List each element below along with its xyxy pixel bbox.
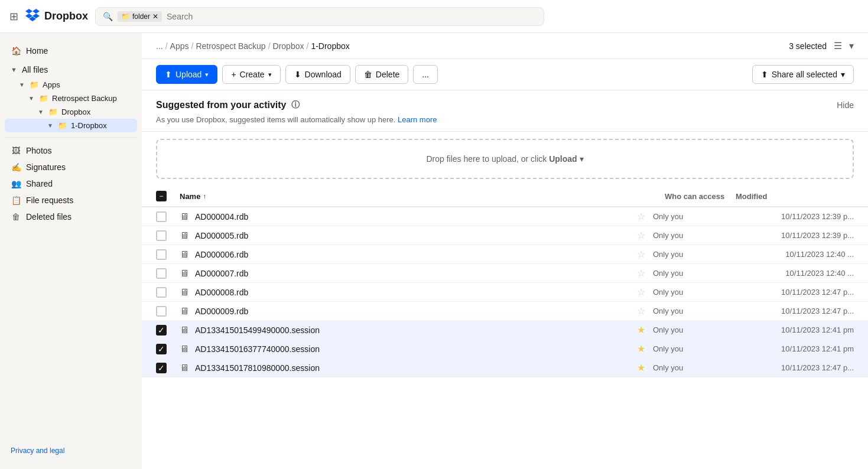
sidebar-tree-retrospect[interactable]: ▼ 📁 Retrospect Backup [5, 92, 137, 105]
access-text-5: Only you [653, 288, 683, 297]
sidebar-item-file-requests[interactable]: 📋 File requests [5, 192, 137, 209]
access-text-7: Only you [653, 325, 683, 334]
star-6[interactable]: ☆ [629, 305, 653, 317]
table-row[interactable]: 🖥 AD000009.rdb ☆ Only you 10/11/2023 12:… [142, 302, 868, 321]
search-tag[interactable]: 📁 folder ✕ [118, 11, 162, 22]
download-icon: ⬇ [294, 70, 301, 79]
breadcrumb-ellipsis[interactable]: ... [156, 41, 163, 51]
file-name-cell-9: 🖥 AD133415017810980000.session [180, 363, 629, 373]
table-row[interactable]: 🖥 AD000008.rdb ☆ Only you 10/11/2023 12:… [142, 283, 868, 302]
star-2[interactable]: ☆ [629, 230, 653, 241]
sidebar-tree-1-dropbox[interactable]: ▼ 📁 1-Dropbox [5, 119, 137, 132]
sidebar-tree-apps[interactable]: ▼ 📁 Apps [5, 78, 137, 92]
star-8[interactable]: ★ [629, 343, 653, 354]
star-7[interactable]: ★ [629, 324, 653, 336]
learn-more-link[interactable]: Learn more [398, 115, 437, 124]
table-row[interactable]: 🖥 AD000004.rdb ☆ Only you 10/11/2023 12:… [142, 207, 868, 226]
upload-dropdown-icon[interactable]: ▾ [580, 154, 584, 164]
folder-1-dropbox-icon: 📁 [58, 121, 67, 130]
download-button[interactable]: ⬇ Download [285, 65, 350, 84]
star-4[interactable]: ☆ [629, 268, 653, 279]
sidebar-item-photos[interactable]: 🖼 Photos [5, 142, 137, 159]
name-column-header[interactable]: Name ↑ [180, 192, 665, 201]
view-chevron-icon[interactable]: ▾ [849, 40, 854, 51]
file-name-2: AD000005.rdb [195, 231, 248, 240]
table-row[interactable]: 🖥 AD000006.rdb ☆ Only you 10/11/2023 12:… [142, 245, 868, 264]
hide-button[interactable]: Hide [837, 100, 854, 110]
file-name-cell-2: 🖥 AD000005.rdb [180, 230, 629, 241]
star-3[interactable]: ☆ [629, 249, 653, 260]
suggested-header: Suggested from your activity ⓘ Hide [156, 100, 854, 110]
more-button[interactable]: ... [413, 65, 438, 84]
row-checkbox-5[interactable] [156, 287, 167, 298]
sidebar-1-dropbox-label: 1-Dropbox [71, 121, 107, 130]
info-icon[interactable]: ⓘ [291, 100, 300, 110]
search-tag-close-icon[interactable]: ✕ [152, 12, 158, 21]
share-all-button[interactable]: ⬆ Share all selected ▾ [752, 65, 854, 84]
selected-count: 3 selected [789, 41, 827, 51]
table-row[interactable]: ✓ 🖥 AD133415015499490000.session ★ Only … [142, 321, 868, 340]
suggested-title-text: Suggested from your activity [156, 100, 287, 110]
upload-label: Upload [175, 70, 201, 79]
more-icon: ... [422, 70, 429, 79]
access-column-header[interactable]: Who can access [665, 192, 736, 201]
star-5[interactable]: ☆ [629, 286, 653, 298]
drop-zone[interactable]: Drop files here to upload, or click Uplo… [156, 139, 854, 179]
modified-column-header[interactable]: Modified [736, 192, 854, 201]
shared-icon: 👥 [11, 179, 21, 188]
breadcrumb-apps[interactable]: Apps [170, 41, 189, 51]
modified-header-text: Modified [736, 192, 767, 201]
table-row[interactable]: 🖥 AD000007.rdb ☆ Only you 10/11/2023 12:… [142, 264, 868, 283]
row-checkbox-6[interactable] [156, 306, 167, 317]
upload-button[interactable]: ⬆ Upload ▾ [156, 65, 217, 84]
breadcrumb-retrospect[interactable]: Retrospect Backup [196, 41, 265, 51]
file-name-cell-8: 🖥 AD133415016377740000.session [180, 344, 629, 354]
star-9[interactable]: ★ [629, 362, 653, 373]
row-checkbox-7[interactable]: ✓ [156, 325, 167, 336]
header-checkbox[interactable]: − [156, 191, 180, 201]
search-input[interactable] [167, 12, 537, 21]
share-chevron-icon: ▾ [841, 70, 845, 79]
row-checkbox-4[interactable] [156, 268, 167, 279]
sidebar-item-all-files[interactable]: ▼ All files [5, 61, 137, 78]
upload-icon: ⬆ [165, 70, 172, 79]
row-checkbox-3[interactable] [156, 249, 167, 260]
access-text-6: Only you [653, 307, 683, 315]
breadcrumb-dropbox[interactable]: Dropbox [273, 41, 304, 51]
sidebar-photos-label: Photos [26, 146, 52, 155]
sidebar-home-label: Home [26, 46, 48, 56]
list-view-icon[interactable]: ☰ [834, 40, 842, 51]
table-row[interactable]: 🖥 AD000005.rdb ☆ Only you 10/11/2023 12:… [142, 226, 868, 245]
home-icon: 🏠 [11, 46, 21, 56]
search-tag-label: folder [132, 12, 150, 21]
breadcrumb-actions: 3 selected ☰ ▾ [789, 40, 854, 51]
row-checkbox-2[interactable] [156, 230, 167, 241]
delete-button[interactable]: 🗑 Delete [355, 65, 408, 84]
search-bar: 🔍 📁 folder ✕ [95, 7, 544, 26]
sidebar-tree-dropbox[interactable]: ▼ 📁 Dropbox [5, 105, 137, 119]
table-row[interactable]: ✓ 🖥 AD133415016377740000.session ★ Only … [142, 340, 868, 359]
star-1[interactable]: ☆ [629, 211, 653, 222]
breadcrumb-sep-4: / [306, 41, 308, 51]
sidebar-item-signatures[interactable]: ✍ Signatures [5, 159, 137, 175]
privacy-link[interactable]: Privacy and legal [11, 447, 64, 455]
sidebar-item-deleted-files[interactable]: 🗑 Deleted files [5, 209, 137, 225]
row-checkbox-8[interactable]: ✓ [156, 344, 167, 354]
retrospect-chevron-icon: ▼ [28, 95, 35, 102]
grid-icon[interactable]: ⊞ [9, 10, 18, 23]
modified-2: 10/11/2023 12:39 p... [781, 231, 854, 240]
modified-9: 10/11/2023 12:47 p... [781, 363, 854, 372]
row-checkbox-1[interactable] [156, 211, 167, 222]
share-icon: ⬆ [761, 70, 768, 79]
sidebar-item-shared[interactable]: 👥 Shared [5, 175, 137, 192]
file-icon-4: 🖥 [180, 268, 189, 279]
table-row[interactable]: ✓ 🖥 AD133415017810980000.session ★ Only … [142, 359, 868, 377]
table-header: − Name ↑ Who can access Modified [142, 186, 868, 207]
upload-link[interactable]: Upload [549, 154, 577, 164]
toolbar: ⬆ Upload ▾ + Create ▾ ⬇ Download 🗑 Delet… [142, 59, 868, 90]
sidebar-item-home[interactable]: 🏠 Home [5, 43, 137, 59]
logo-text: Dropbox [44, 10, 88, 22]
row-checkbox-9[interactable]: ✓ [156, 363, 167, 373]
create-button[interactable]: + Create ▾ [222, 65, 280, 84]
file-icon-3: 🖥 [180, 249, 189, 260]
